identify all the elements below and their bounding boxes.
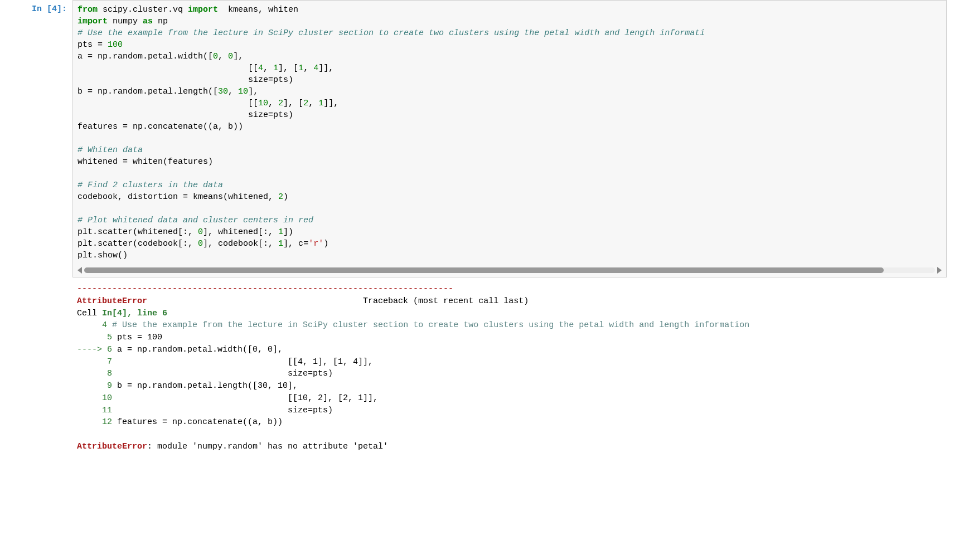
error-output: ----------------------------------------…	[72, 280, 947, 456]
horizontal-scrollbar[interactable]	[77, 267, 942, 274]
scroll-left-icon[interactable]	[77, 267, 82, 274]
code-cell: In [4]: from scipy.cluster.vq import kme…	[22, 0, 947, 277]
input-prompt: In [4]:	[22, 0, 72, 277]
code-text[interactable]: from scipy.cluster.vq import kmeans, whi…	[77, 4, 942, 261]
traceback-text: ----------------------------------------…	[77, 283, 942, 453]
code-input-area[interactable]: from scipy.cluster.vq import kmeans, whi…	[72, 0, 947, 277]
notebook: In [4]: from scipy.cluster.vq import kme…	[0, 0, 969, 470]
output-cell: ----------------------------------------…	[22, 280, 947, 456]
scroll-thumb[interactable]	[84, 267, 884, 273]
scroll-right-icon[interactable]	[937, 267, 942, 274]
scroll-track[interactable]	[84, 267, 935, 273]
output-prompt	[22, 280, 72, 456]
